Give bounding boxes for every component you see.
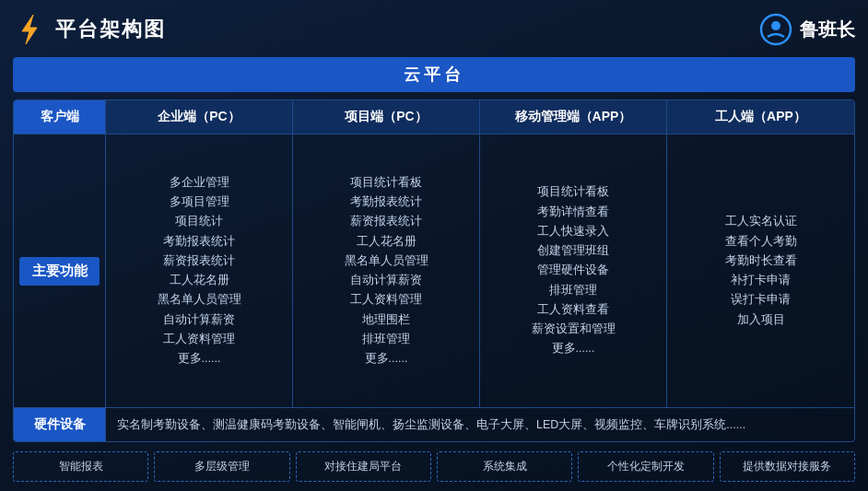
col-headers: 客户端 企业端（PC） 项目端（PC） 移动管理端（APP） 工人端（APP） (14, 100, 854, 134)
header-left: 平台架构图 (13, 13, 166, 46)
col-header-worker: 工人端（APP） (667, 100, 854, 134)
brand-name: 鲁班长 (800, 18, 855, 42)
brand-icon (759, 13, 792, 46)
logo-icon (13, 13, 46, 46)
main-function-label: 主要功能 (19, 257, 100, 286)
hardware-label: 硬件设备 (14, 408, 106, 441)
brand-logo: 鲁班长 (759, 13, 855, 46)
cell-project: 项目统计看板 考勤报表统计 薪资报表统计 工人花名册 黑名单人员管理 自动计算薪… (293, 134, 480, 407)
header: 平台架构图 鲁班长 (13, 9, 855, 50)
tag-item: 对接住建局平台 (296, 451, 431, 482)
hardware-row: 硬件设备 实名制考勤设备、测温健康码考勤设备、智能闸机、扬尘监测设备、电子大屏、… (14, 407, 854, 441)
tags-row: 智能报表多层级管理对接住建局平台系统集成个性化定制开发提供数据对接服务 (13, 451, 855, 482)
page-title: 平台架构图 (55, 16, 166, 43)
mobile-content: 项目统计看板 考勤详情查看 工人快速录入 创建管理班组 管理硬件设备 排班管理 … (532, 182, 616, 358)
tag-item: 个性化定制开发 (578, 451, 713, 482)
col-header-enterprise: 企业端（PC） (106, 100, 293, 134)
page-wrapper: 平台架构图 鲁班长 云平台 客户端 企业端（PC） 项目端（PC） 移动管理端（… (0, 0, 868, 491)
hardware-content: 实名制考勤设备、测温健康码考勤设备、智能闸机、扬尘监测设备、电子大屏、LED大屏… (106, 408, 854, 441)
worker-content: 工人实名认证 查看个人考勤 考勤时长查看 补打卡申请 误打卡申请 加入项目 (725, 212, 797, 330)
tag-item: 系统集成 (437, 451, 572, 482)
cell-worker: 工人实名认证 查看个人考勤 考勤时长查看 补打卡申请 误打卡申请 加入项目 (667, 134, 854, 407)
col-header-client: 客户端 (14, 100, 106, 134)
main-table: 客户端 企业端（PC） 项目端（PC） 移动管理端（APP） 工人端（APP） … (13, 99, 855, 442)
col-header-mobile: 移动管理端（APP） (480, 100, 667, 134)
tag-item: 智能报表 (13, 451, 148, 482)
tag-item: 提供数据对接服务 (720, 451, 855, 482)
svg-marker-0 (22, 15, 37, 44)
tag-item: 多层级管理 (154, 451, 289, 482)
col-header-project: 项目端（PC） (293, 100, 480, 134)
project-content: 项目统计看板 考勤报表统计 薪资报表统计 工人花名册 黑名单人员管理 自动计算薪… (345, 173, 428, 369)
content-row: 主要功能 多企业管理 多项目管理 项目统计 考勤报表统计 薪资报表统计 工人花名… (14, 134, 854, 407)
cell-enterprise: 多企业管理 多项目管理 项目统计 考勤报表统计 薪资报表统计 工人花名册 黑名单… (106, 134, 293, 407)
cell-client-label: 主要功能 (14, 134, 106, 407)
cell-mobile: 项目统计看板 考勤详情查看 工人快速录入 创建管理班组 管理硬件设备 排班管理 … (480, 134, 667, 407)
svg-point-2 (771, 21, 780, 30)
cloud-bar: 云平台 (13, 57, 855, 92)
enterprise-content: 多企业管理 多项目管理 项目统计 考勤报表统计 薪资报表统计 工人花名册 黑名单… (158, 173, 241, 369)
